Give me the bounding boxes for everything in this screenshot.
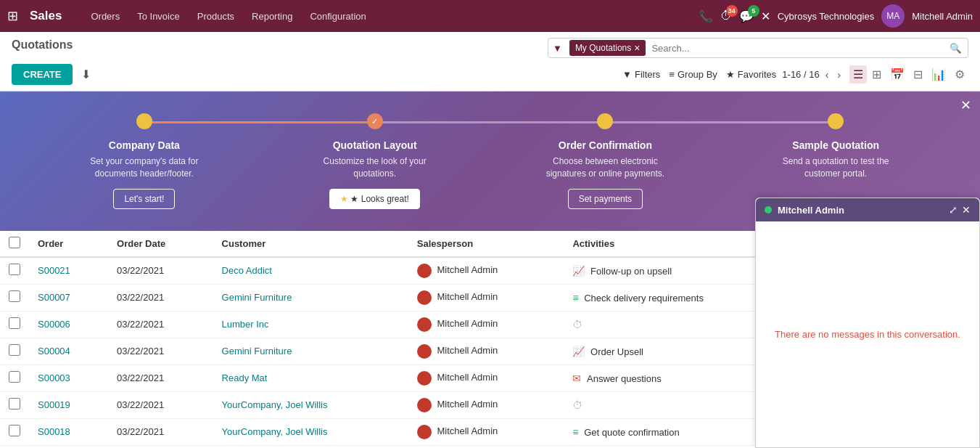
salesperson-avatar [417, 317, 432, 332]
row-customer[interactable]: Ready Mat [213, 445, 408, 448]
list-view-button[interactable]: ☰ [849, 65, 867, 84]
nav-orders[interactable]: Orders [83, 8, 127, 25]
search-filter-tag[interactable]: My Quotations × [569, 40, 646, 56]
groupby-icon: ≡ [669, 69, 675, 80]
next-page-button[interactable]: › [834, 68, 844, 82]
chat-no-messages: There are no messages in this conversati… [775, 329, 960, 340]
row-checkbox[interactable] [0, 364, 29, 391]
row-salesperson: Mitchell Admin [408, 284, 564, 311]
avatar[interactable]: MA [881, 4, 905, 28]
row-customer[interactable]: YourCompany, Joel Willis [213, 391, 408, 418]
banner-close-button[interactable]: ✕ [960, 97, 971, 113]
settings-view-button[interactable]: ⚙ [951, 65, 968, 84]
row-customer[interactable]: Gemini Furniture [213, 284, 408, 311]
groupby-button[interactable]: ≡ Group By [669, 69, 717, 80]
row-customer[interactable]: Deco Addict [213, 257, 408, 285]
salesperson-avatar [417, 425, 432, 439]
row-order[interactable]: S00021 [29, 257, 108, 285]
row-order[interactable]: S00019 [29, 391, 108, 418]
col-salesperson[interactable]: Salesperson [408, 231, 564, 257]
filters-button[interactable]: ▼ Filters [622, 69, 660, 80]
row-checkbox[interactable] [0, 391, 29, 418]
select-all-checkbox[interactable] [9, 237, 20, 248]
create-button[interactable]: CREATE [12, 64, 73, 85]
row-checkbox[interactable] [0, 338, 29, 364]
download-button[interactable]: ⬇ [78, 65, 94, 84]
step-line-2 [375, 121, 606, 123]
toolbar: Quotations ▼ My Quotations × 🔍 [12, 38, 968, 64]
salesperson-avatar [417, 371, 432, 386]
banner-steps: Company Data Set your company's data for… [29, 113, 951, 209]
banner-step-company: Company Data Set your company's data for… [29, 113, 260, 209]
row-checkbox[interactable] [0, 418, 29, 445]
step-btn-confirmation[interactable]: Set payments [568, 189, 643, 209]
calendar-view-button[interactable]: 📅 [886, 65, 908, 84]
search-filter-remove[interactable]: × [634, 42, 640, 54]
row-checkbox[interactable] [0, 257, 29, 285]
row-order[interactable]: S00007 [29, 284, 108, 311]
apps-icon[interactable]: ⊞ [7, 8, 18, 24]
activity-label: Follow-up on upsell [590, 266, 672, 277]
row-checkbox[interactable] [0, 284, 29, 311]
chart-view-button[interactable]: 📊 [928, 65, 950, 84]
nav-configuration[interactable]: Configuration [302, 8, 373, 25]
activity-label: Answer questions [587, 373, 662, 384]
step-btn-layout-label: ★ Looks great! [350, 194, 408, 204]
row-order[interactable]: S00002 [29, 445, 108, 448]
step-dot-company [136, 113, 152, 129]
step-dot-sample [828, 113, 844, 129]
phone-icon[interactable]: 📞 [699, 9, 713, 23]
row-date: 03/22/2021 [108, 284, 213, 311]
search-filter-label: My Quotations [575, 43, 631, 53]
chat-body: There are no messages in this conversati… [756, 221, 979, 447]
chat-expand-button[interactable]: ⤢ [949, 204, 958, 216]
pagination: 1-16 / 16 ‹ › [782, 68, 844, 82]
search-filter-icon: ▼ [548, 40, 567, 57]
row-salesperson: Mitchell Admin [408, 311, 564, 338]
clock-icon[interactable]: ⏱ 34 [720, 9, 732, 23]
row-order[interactable]: S00018 [29, 418, 108, 445]
row-customer[interactable]: YourCompany, Joel Willis [213, 418, 408, 445]
search-submit-button[interactable]: 🔍 [944, 40, 968, 57]
search-input[interactable] [647, 40, 944, 57]
chat-badge: 5 [748, 5, 759, 17]
col-date[interactable]: Order Date [108, 231, 213, 257]
row-checkbox[interactable] [0, 311, 29, 338]
step-btn-company[interactable]: Let's start! [113, 189, 175, 209]
row-salesperson: Mitchell Admin [408, 364, 564, 391]
row-customer[interactable]: Lumber Inc [213, 311, 408, 338]
kanban-view-button[interactable]: ⊞ [868, 65, 885, 84]
chat-header-actions: ⤢ ✕ [949, 204, 971, 216]
step-desc-sample: Send a quotation to test the customer po… [770, 155, 901, 180]
prev-page-button[interactable]: ‹ [823, 68, 832, 82]
row-order[interactable]: S00004 [29, 338, 108, 364]
col-checkbox [0, 231, 29, 257]
row-date: 03/22/2021 [108, 391, 213, 418]
filter-actions: ▼ Filters ≡ Group By ★ Favorites [622, 69, 776, 80]
row-order[interactable]: S00006 [29, 311, 108, 338]
banner-step-confirmation: Order Confirmation Choose between electr… [490, 113, 721, 209]
nav-products[interactable]: Products [190, 8, 242, 25]
favorites-button[interactable]: ★ Favorites [726, 69, 776, 80]
row-date: 03/22/2021 [108, 338, 213, 364]
step-desc-confirmation: Choose between electronic signatures or … [540, 155, 670, 180]
close-icon[interactable]: ✕ [761, 9, 770, 23]
chat-close-button[interactable]: ✕ [962, 204, 971, 216]
nav-to-invoice[interactable]: To Invoice [130, 8, 187, 25]
step-line-3 [605, 121, 836, 123]
salesperson-avatar [417, 344, 432, 359]
grid-view-button[interactable]: ⊟ [910, 65, 926, 84]
col-order[interactable]: Order [29, 231, 108, 257]
row-customer[interactable]: Gemini Furniture [213, 338, 408, 364]
nav-reporting[interactable]: Reporting [244, 8, 300, 25]
col-customer[interactable]: Customer [213, 231, 408, 257]
favorites-label: Favorites [738, 69, 776, 80]
user-name: Mitchell Admin [912, 11, 973, 22]
row-order[interactable]: S00003 [29, 364, 108, 391]
step-btn-layout[interactable]: ★★ Looks great! [329, 189, 419, 209]
nav-right: 📞 ⏱ 34 💬 5 ✕ Cybrosys Technologies MA Mi… [699, 4, 973, 28]
chat-icon[interactable]: 💬 5 [739, 9, 754, 23]
row-customer[interactable]: Ready Mat [213, 364, 408, 391]
brand-logo[interactable]: Sales [30, 9, 62, 23]
row-checkbox[interactable] [0, 445, 29, 448]
